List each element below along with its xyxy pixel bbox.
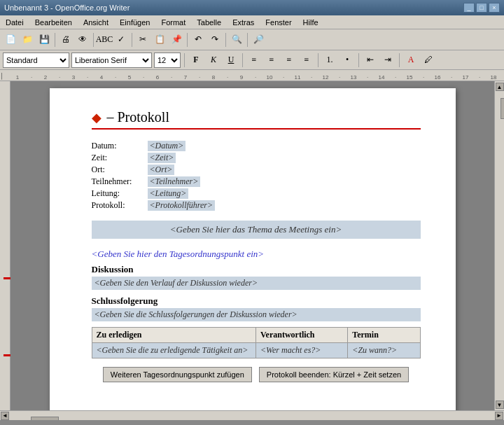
document-area[interactable]: ◆ – Protokoll Datum: <Datum> Zeit: <Zeit… [10, 81, 494, 410]
menu-bar: Datei Bearbeiten Ansicht Einfügen Format… [0, 15, 504, 29]
bold-button[interactable]: F [188, 53, 204, 68]
menu-extras[interactable]: Extras [230, 18, 257, 27]
toolbar-sep-5 [225, 33, 226, 47]
minimize-button[interactable]: _ [463, 3, 475, 13]
save-button[interactable]: 💾 [36, 32, 52, 48]
teilnehmer-label: Teilnehmer: [92, 176, 148, 187]
teilnehmer-row: Teilnehmer: <Teilnehmer> [92, 176, 421, 187]
bottom-scrollbar[interactable]: ◄ ► [0, 410, 504, 420]
end-protocol-button[interactable]: Protokoll beenden: Kürzel + Zeit setzen [259, 367, 409, 382]
protokoll-value[interactable]: <Protokollführer> [148, 200, 216, 211]
spell-button[interactable]: ABC [97, 32, 112, 48]
fmt-sep-5 [399, 53, 400, 67]
theme-box[interactable]: <Geben Sie hier das Thema des Meetings e… [92, 221, 421, 239]
indent-increase-button[interactable]: ⇥ [380, 53, 396, 68]
toolbar-sep-4 [187, 33, 188, 47]
scroll-thumb[interactable] [500, 98, 505, 119]
bottom-buttons: Weiteren Tagesordnungspunkt zufügen Prot… [92, 367, 421, 382]
style-select[interactable]: Standard [3, 53, 69, 68]
menu-ansicht[interactable]: Ansicht [80, 18, 111, 27]
table-header-verantwortlich: Verantwortlich [256, 328, 348, 343]
menu-fenster[interactable]: Fenster [262, 18, 294, 27]
scroll-right-button[interactable]: ► [495, 412, 503, 420]
copy-button[interactable]: 📋 [152, 32, 167, 48]
ruler: │ 1 · 2 · 3 · 4 · 5 · 6 · 7 · 8 · 9 · 10… [0, 70, 504, 81]
scroll-up-button[interactable]: ▲ [496, 83, 504, 91]
ort-value[interactable]: <Ort> [148, 165, 175, 175]
align-center-button[interactable]: ≡ [264, 53, 279, 68]
protokoll-row: Protokoll: <Protokollführer> [92, 200, 421, 211]
ort-label: Ort: [92, 165, 148, 175]
menu-einfuegen[interactable]: Einfügen [117, 18, 153, 27]
agenda-prompt[interactable]: <Geben Sie hier den Tagesordnungspunkt e… [92, 249, 421, 260]
menu-datei[interactable]: Datei [3, 18, 27, 27]
underline-button[interactable]: U [223, 53, 239, 68]
title-bar-buttons[interactable]: _ □ × [463, 3, 500, 13]
fmt-sep-3 [318, 53, 318, 67]
table-row: <Geben Sie die zu erledigende Tätigkeit … [92, 343, 420, 358]
autocorrect-button[interactable]: ✓ [113, 32, 129, 48]
undo-button[interactable]: ↶ [190, 32, 206, 48]
print-button[interactable]: 🖨 [58, 32, 74, 48]
table-header-zu-erledigen: Zu erledigen [92, 328, 256, 343]
ort-row: Ort: <Ort> [92, 165, 421, 175]
font-select[interactable]: Liberation Serif [71, 53, 152, 68]
main-toolbar: 📄 📁 💾 🖨 👁 ABC ✓ ✂ 📋 📌 ↶ ↷ 🔍 🔎 [0, 29, 504, 50]
leitung-label: Leitung: [92, 188, 148, 199]
align-left-button[interactable]: ≡ [246, 53, 262, 68]
diamond-icon: ◆ [92, 110, 102, 125]
bullets-button[interactable]: • [340, 53, 355, 68]
title-bar-text: Unbenannt 3 - OpenOffice.org Writer [4, 4, 130, 12]
add-agenda-button[interactable]: Weiteren Tagesordnungspunkt zufügen [103, 367, 252, 382]
open-button[interactable]: 📁 [20, 32, 35, 48]
align-justify-button[interactable]: ≡ [299, 53, 314, 68]
maximize-button[interactable]: □ [476, 3, 487, 13]
scroll-down-button[interactable]: ▼ [496, 400, 504, 409]
fmt-sep-2 [242, 53, 243, 67]
right-scrollbar[interactable]: ▲ ▼ [494, 81, 504, 410]
teilnehmer-value[interactable]: <Teilnehmer> [148, 176, 201, 187]
toolbar-sep-1 [55, 33, 55, 47]
title-divider [92, 128, 421, 130]
table-cell-deadline[interactable]: <Zu wann?> [348, 343, 420, 358]
h-scroll-thumb[interactable] [31, 417, 59, 421]
paste-button[interactable]: 📌 [169, 32, 184, 48]
new-button[interactable]: 📄 [3, 32, 18, 48]
font-color-button[interactable]: A [403, 53, 419, 68]
highlight-button[interactable]: 🖊 [421, 53, 436, 68]
datum-value[interactable]: <Datum> [148, 141, 186, 151]
table-cell-responsible[interactable]: <Wer macht es?> [256, 343, 348, 358]
fmt-sep-1 [184, 53, 185, 67]
align-right-button[interactable]: ≡ [281, 53, 297, 68]
menu-format[interactable]: Format [158, 18, 188, 27]
cut-button[interactable]: ✂ [135, 32, 150, 48]
format-toolbar: Standard Liberation Serif 12 F K U ≡ ≡ ≡… [0, 50, 504, 70]
menu-hilfe[interactable]: Hilfe [300, 18, 321, 27]
scroll-left-button[interactable]: ◄ [1, 412, 9, 420]
diskussion-title: Diskussion [92, 264, 421, 275]
toolbar-sep-3 [132, 33, 132, 47]
zeit-value[interactable]: <Zeit> [148, 153, 176, 163]
zeit-label: Zeit: [92, 153, 148, 163]
diskussion-content[interactable]: <Geben Sie den Verlauf der Diskussion wi… [92, 277, 421, 290]
zoom-button[interactable]: 🔎 [251, 32, 266, 48]
italic-button[interactable]: K [206, 53, 221, 68]
table-cell-activity[interactable]: <Geben Sie die zu erledigende Tätigkeit … [92, 343, 256, 358]
page: ◆ – Protokoll Datum: <Datum> Zeit: <Zeit… [50, 88, 456, 410]
menu-bearbeiten[interactable]: Bearbeiten [32, 18, 75, 27]
app-body: ◆ – Protokoll Datum: <Datum> Zeit: <Zeit… [0, 81, 504, 410]
zeit-row: Zeit: <Zeit> [92, 153, 421, 163]
numbering-button[interactable]: 1. [322, 53, 337, 68]
size-select[interactable]: 12 [154, 53, 181, 68]
redo-button[interactable]: ↷ [207, 32, 223, 48]
preview-button[interactable]: 👁 [75, 32, 90, 48]
find-button[interactable]: 🔍 [229, 32, 244, 48]
toolbar-sep-6 [247, 33, 248, 47]
datum-label: Datum: [92, 141, 148, 151]
schlussfolgerung-title: Schlussfolgerung [92, 295, 421, 307]
schlussfolgerung-content[interactable]: <Geben Sie die Schlussfolgerungen der Di… [92, 308, 421, 321]
indent-decrease-button[interactable]: ⇤ [363, 53, 378, 68]
close-button[interactable]: × [489, 3, 500, 13]
menu-tabelle[interactable]: Tabelle [194, 18, 224, 27]
leitung-value[interactable]: <Leitung> [148, 188, 189, 199]
